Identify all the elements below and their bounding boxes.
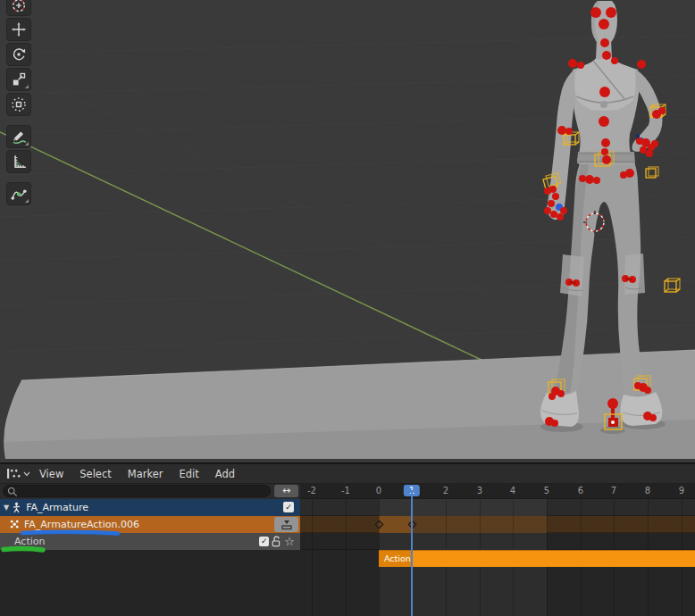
menu-add[interactable]: Add	[215, 468, 235, 480]
frame-tick: 4	[510, 486, 515, 495]
channel-fa-armature[interactable]: ▼ FA_Armature ✓	[0, 499, 300, 516]
measure-tool-button[interactable]	[6, 150, 31, 173]
y-axis-line	[0, 132, 487, 362]
search-input[interactable]	[20, 486, 265, 496]
scale-icon	[11, 71, 27, 87]
annotate-pencil-icon	[11, 129, 27, 145]
rotate-tool-button[interactable]	[6, 43, 31, 66]
frame-tick: 5	[544, 486, 549, 495]
pose-breakdowner-tool-button[interactable]	[6, 182, 31, 205]
armature-icon	[11, 502, 22, 513]
channel-action[interactable]: Action ✓ ☆	[0, 533, 300, 550]
frame-tick: 2	[443, 486, 448, 495]
scale-tool-button[interactable]	[6, 68, 31, 91]
dope-sheet-header: View Select Marker Edit Add	[0, 464, 695, 484]
disclosure-triangle-icon[interactable]: ▼	[4, 504, 9, 512]
channel-label: Action	[14, 536, 45, 547]
action-strip[interactable]: Action	[379, 550, 695, 567]
menu-select[interactable]: Select	[80, 468, 111, 480]
transform-icon	[11, 96, 27, 112]
editor-type-button[interactable]	[4, 466, 32, 481]
timeline-ruler[interactable]: -2 -1 0 1 2 3 4 5 6 7 8 9	[300, 484, 695, 499]
tweak-tool-button[interactable]	[6, 0, 31, 16]
fake-user-star-icon[interactable]: ☆	[284, 537, 295, 547]
move-tool-button[interactable]	[6, 18, 31, 41]
frame-tick: 6	[578, 486, 583, 495]
rotate-icon	[11, 46, 27, 62]
chevron-down-icon	[23, 471, 30, 477]
move-icon	[11, 21, 27, 37]
frame-tick: 0	[376, 486, 381, 495]
unlock-icon[interactable]	[272, 536, 281, 547]
channel-label: FA_ArmatureAction.006	[24, 519, 139, 530]
annotate-tool-button[interactable]	[6, 125, 31, 148]
menu-view[interactable]: View	[39, 468, 63, 480]
frame-tick: -1	[341, 486, 350, 495]
action-data-icon	[9, 519, 21, 530]
viewport-toolbar	[6, 0, 31, 207]
expand-channels-button[interactable]: ↔	[274, 485, 298, 497]
frame-tick: -2	[307, 486, 316, 495]
measure-icon	[11, 154, 27, 170]
dope-sheet-editor: View Select Marker Edit Add ↔ -2 -1	[0, 462, 695, 616]
menu-edit[interactable]: Edit	[180, 468, 199, 480]
channel-enable-checkbox[interactable]: ✓	[259, 537, 269, 546]
search-icon	[7, 487, 18, 497]
channel-fa-armatureaction[interactable]: FA_ArmatureAction.006	[0, 516, 300, 533]
blender-window: View Select Marker Edit Add ↔ -2 -1	[0, 0, 695, 616]
dope-sheet-icon	[6, 468, 21, 479]
tweak-icon	[11, 0, 27, 12]
action-strip-label: Action	[379, 551, 413, 567]
viewport-scene	[0, 0, 695, 462]
frame-tick: 3	[477, 486, 482, 495]
dope-sheet-body: Action ▼ FA_Armature ✓ FA_Armat	[0, 499, 695, 616]
channel-search[interactable]	[3, 485, 271, 497]
frame-tick: 8	[645, 486, 650, 495]
push-down-button[interactable]	[274, 517, 298, 532]
push-down-icon	[280, 519, 294, 531]
timeline-area[interactable]: Action	[300, 499, 695, 616]
pose-curve-icon	[11, 186, 27, 202]
filter-row: ↔ -2 -1 0 1 2 3 4 5 6 7 8 9	[0, 484, 695, 499]
channel-enable-checkbox[interactable]: ✓	[283, 502, 294, 512]
channel-label: FA_Armature	[26, 502, 88, 513]
transform-tool-button[interactable]	[6, 93, 31, 116]
menu-marker[interactable]: Marker	[128, 468, 163, 480]
playhead-line[interactable]	[411, 490, 413, 616]
viewport-3d[interactable]	[0, 0, 695, 462]
frame-tick: 9	[679, 486, 684, 495]
frame-tick: 7	[611, 486, 616, 495]
